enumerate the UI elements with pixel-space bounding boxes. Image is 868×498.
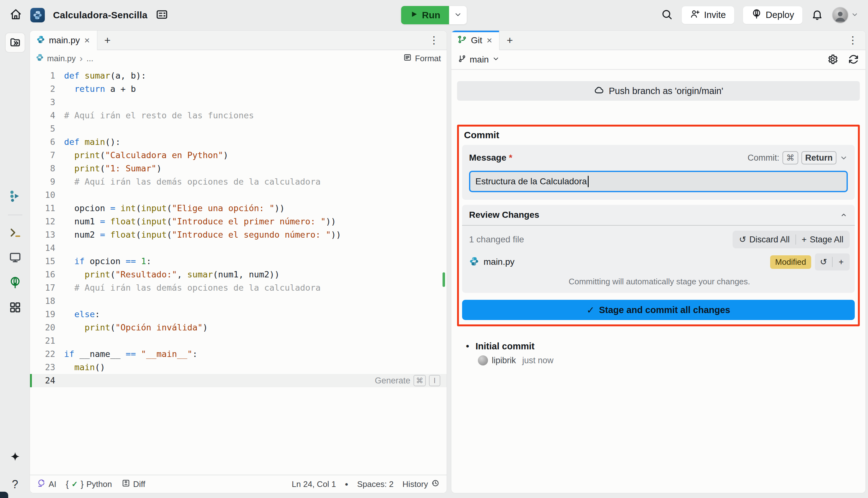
close-icon[interactable]: × bbox=[486, 36, 493, 45]
code-line[interactable]: 2 return a + b bbox=[30, 82, 447, 96]
git-refresh-button[interactable] bbox=[848, 54, 859, 66]
code-text: # Aquí irán el resto de las funciones bbox=[64, 109, 254, 122]
line-number: 15 bbox=[30, 255, 64, 268]
code-line[interactable]: 20 print("Opción inválida") bbox=[30, 321, 447, 334]
code-line[interactable]: 12 num1 = float(input("Introduce el prim… bbox=[30, 215, 447, 228]
code-line[interactable]: 8 print("1: Sumar") bbox=[30, 162, 447, 175]
search-button[interactable] bbox=[661, 9, 673, 22]
git-settings-button[interactable] bbox=[827, 54, 838, 66]
output-tool[interactable] bbox=[9, 251, 22, 265]
code-text: print("Opción inválida") bbox=[64, 321, 208, 334]
annotation-box: Commit Message * Commit: ⌘ Return Estr bbox=[457, 124, 860, 326]
editor-panel: main.py × + ⋮ main.py › ... Format 1def … bbox=[30, 31, 447, 493]
deploy-button[interactable]: Deploy bbox=[743, 6, 802, 24]
changed-file-row[interactable]: main.py Modified ↺ + bbox=[469, 253, 850, 271]
bulk-actions: ↺ Discard All + Stage All bbox=[733, 231, 850, 248]
run-label: Run bbox=[422, 10, 440, 21]
breadcrumb-file[interactable]: main.py bbox=[47, 54, 76, 63]
close-icon[interactable]: × bbox=[84, 36, 91, 45]
chevron-down-icon bbox=[454, 10, 462, 19]
code-line[interactable]: 1def sumar(a, b): bbox=[30, 69, 447, 82]
stage-all-button[interactable]: + Stage All bbox=[797, 233, 848, 247]
code-line[interactable]: 13 num2 = float(input("Introduce el segu… bbox=[30, 228, 447, 241]
code-line[interactable]: 18 bbox=[30, 294, 447, 308]
code-line[interactable]: 21 bbox=[30, 334, 447, 348]
code-line[interactable]: 17 # Aquí irán las demás opciones de la … bbox=[30, 281, 447, 294]
run-button[interactable]: Run bbox=[401, 6, 449, 24]
commit-history-item[interactable]: • Initial commit bbox=[466, 341, 851, 352]
discard-all-label: Discard All bbox=[749, 235, 790, 245]
code-line[interactable]: 3 bbox=[30, 96, 447, 109]
cursor-position[interactable]: Ln 24, Col 1 bbox=[292, 480, 336, 489]
app-title: Calculadora-Sencilla bbox=[53, 10, 147, 21]
stage-and-commit-button[interactable]: ✓ Stage and commit all changes bbox=[462, 300, 855, 320]
code-line[interactable]: 15 if opcion == 1: bbox=[30, 255, 447, 268]
branch-name: main bbox=[470, 55, 489, 65]
graph-icon bbox=[8, 189, 22, 204]
code-line[interactable]: 6def main(): bbox=[30, 135, 447, 149]
home-button[interactable] bbox=[10, 8, 22, 22]
code-line[interactable]: 5 bbox=[30, 122, 447, 135]
push-branch-button[interactable]: Push branch as 'origin/main' bbox=[457, 81, 860, 101]
shell-tool[interactable] bbox=[9, 226, 22, 240]
tab-main-py[interactable]: main.py × bbox=[30, 31, 97, 50]
code-editor[interactable]: 1def sumar(a, b):2 return a + b34# Aquí … bbox=[30, 67, 447, 387]
code-text: if __name__ == "__main__": bbox=[64, 348, 198, 361]
tab-git[interactable]: Git × bbox=[451, 31, 500, 50]
code-line[interactable]: 14 bbox=[30, 241, 447, 255]
code-line[interactable]: 22if __name__ == "__main__": bbox=[30, 348, 447, 361]
workspace-config-button[interactable] bbox=[156, 8, 168, 22]
commit-message-input[interactable]: Estructura de la Calculadora bbox=[469, 171, 848, 192]
deployments-tool[interactable] bbox=[9, 276, 22, 290]
line-number: 23 bbox=[30, 361, 64, 374]
code-line[interactable]: 4# Aquí irán el resto de las funciones bbox=[30, 109, 447, 122]
indentation-setting[interactable]: Spaces: 2 bbox=[357, 480, 394, 489]
code-line[interactable]: 10 bbox=[30, 188, 447, 202]
chevron-down-icon bbox=[851, 11, 858, 19]
editor-overflow-menu[interactable]: ⋮ bbox=[424, 31, 444, 50]
new-tab-button[interactable]: + bbox=[500, 31, 520, 50]
discard-all-button[interactable]: ↺ Discard All bbox=[735, 232, 794, 247]
code-line[interactable]: 9 # Aquí irán las demás opciones de la c… bbox=[30, 175, 447, 188]
diff-status-button[interactable]: Diff bbox=[121, 479, 145, 490]
format-button[interactable]: Format bbox=[403, 53, 441, 64]
generate-hint[interactable]: Generate⌘I bbox=[374, 374, 440, 387]
history-clock-icon bbox=[431, 479, 440, 490]
code-line[interactable]: 11 opcion = int(input("Elige una opción:… bbox=[30, 202, 447, 215]
assistant-button[interactable] bbox=[9, 451, 22, 465]
help-button[interactable]: ? bbox=[12, 478, 18, 491]
files-sidebar-toggle[interactable] bbox=[5, 32, 25, 53]
invite-button[interactable]: Invite bbox=[682, 6, 734, 24]
notifications-button[interactable] bbox=[811, 9, 823, 22]
code-line[interactable]: 24Generate⌘I bbox=[30, 374, 447, 387]
review-changes-header[interactable]: Review Changes bbox=[462, 205, 855, 226]
code-line[interactable]: 19 else: bbox=[30, 308, 447, 321]
code-text: return a + b bbox=[64, 82, 136, 96]
chevron-down-icon[interactable] bbox=[840, 154, 848, 162]
code-text: print("Calculadora en Python") bbox=[64, 149, 228, 162]
history-button[interactable]: History bbox=[403, 479, 440, 490]
new-tab-button[interactable]: + bbox=[97, 31, 118, 50]
code-text: def sumar(a, b): bbox=[64, 69, 146, 82]
branch-selector[interactable]: main bbox=[458, 54, 500, 65]
code-line[interactable]: 23 main() bbox=[30, 361, 447, 374]
code-line[interactable]: 16 print("Resultado:", sumar(num1, num2)… bbox=[30, 268, 447, 281]
git-overflow-menu[interactable]: ⋮ bbox=[843, 31, 862, 50]
code-text: # Aquí irán las demás opciones de la cal… bbox=[64, 175, 321, 188]
stage-file-button[interactable]: + bbox=[834, 255, 849, 270]
language-status-button[interactable]: {✓} Python bbox=[66, 480, 112, 489]
code-line[interactable]: 7 print("Calculadora en Python") bbox=[30, 149, 447, 162]
account-menu[interactable] bbox=[832, 7, 858, 23]
python-file-icon bbox=[36, 35, 45, 46]
ai-graph-tool[interactable] bbox=[8, 189, 22, 204]
all-tools[interactable] bbox=[9, 301, 22, 315]
breadcrumb-more[interactable]: ... bbox=[87, 54, 93, 63]
run-options-button[interactable] bbox=[449, 6, 467, 24]
discard-file-button[interactable]: ↺ bbox=[816, 254, 831, 270]
line-number: 19 bbox=[30, 308, 64, 321]
status-badge: Modified bbox=[770, 255, 811, 269]
ai-status-button[interactable]: AI bbox=[37, 479, 56, 490]
question-icon: ? bbox=[12, 478, 18, 491]
changed-files-count: 1 changed file bbox=[469, 235, 524, 245]
line-number: 3 bbox=[30, 96, 64, 109]
